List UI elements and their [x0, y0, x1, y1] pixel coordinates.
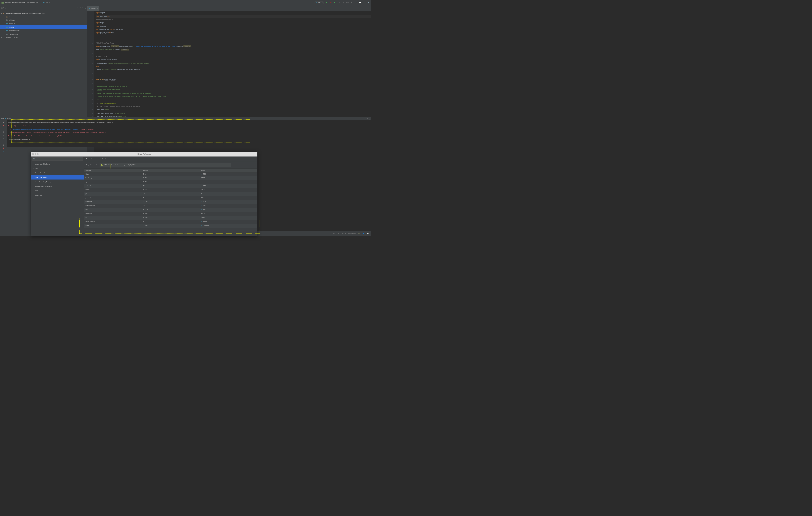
project-folder-icon [1, 2, 3, 3]
package-row[interactable]: wheel0.30.0⇒0.30.0a0 [84, 224, 257, 228]
run-button[interactable]: ▶ [325, 1, 328, 4]
tab-label: main.py [91, 7, 96, 9]
revert-icon[interactable]: ↶ [363, 1, 366, 4]
tool-window-icon[interactable]: ▢ [3, 233, 4, 234]
package-row[interactable]: six1.11.01.11.0 [84, 216, 257, 220]
python-file-icon: ⬤ [88, 7, 90, 9]
package-row[interactable]: setuptools36.6.036.6.0 [84, 212, 257, 216]
package-row[interactable]: matplotlib1.5.3⇒2.1.0rc1 [84, 184, 257, 188]
sidebar-item[interactable]: ▸Tools [31, 188, 84, 193]
package-row[interactable]: Werkzeug0.12.20.12.2 [84, 176, 257, 180]
run-config-name[interactable]: main [7, 118, 10, 119]
tree-root[interactable]: Semantic-Segmentation-master_SDCND-Term3… [6, 12, 41, 14]
search-icon[interactable]: 🔍 [367, 1, 370, 4]
project-tree[interactable]: ▾▣Semantic-Segmentation-master_SDCND-Ter… [0, 11, 87, 40]
package-row[interactable]: python-dateutil2.5.3⇒2.6.1 [84, 204, 257, 208]
python-icon: ⬤ [5, 118, 7, 119]
close-window-icon[interactable] [32, 153, 34, 155]
package-row[interactable]: pyparsing2.1.10⇒2.2.0 [84, 200, 257, 204]
stop-button[interactable]: ■ [338, 1, 340, 4]
sidebar-item[interactable]: ▸Editor [31, 166, 84, 171]
collapse-all-icon[interactable]: ⇲ [80, 7, 81, 9]
up-icon[interactable]: ↑ [2, 134, 5, 136]
run-config-label: main [318, 2, 321, 3]
run-config-selector[interactable]: ▣ main ▾ [315, 1, 323, 4]
hide-icon[interactable]: ⎯ [85, 7, 86, 9]
package-row[interactable]: Pillow3.4.2⇒4.3.0 [84, 172, 257, 176]
tree-item[interactable]: ▸▣data [0, 15, 87, 19]
run-tool-header: Run ⬤ main ⚙ ⎯ [0, 117, 371, 120]
tree-item[interactable]: ⬤helper.py [0, 22, 87, 25]
pause-icon[interactable]: ⏸ [2, 127, 5, 130]
tree-item[interactable]: ⬤project_tests.py [0, 29, 87, 32]
project-view-icon: ▤ [1, 7, 3, 9]
tree-item[interactable]: ▥.gitignore [0, 19, 87, 22]
breadcrumb-file[interactable]: main.py [45, 2, 50, 3]
interpreter-value: 3.5.2 virtualenv at ~/tensorflow_install… [104, 164, 136, 165]
sidebar-item[interactable]: Version Control [31, 171, 84, 175]
vcs-update-icon[interactable]: ⟳ [342, 1, 345, 4]
editor-tabs: ⬤ main.py × [87, 5, 371, 11]
col-latest[interactable]: Latest [200, 169, 257, 172]
package-row[interactable]: numpy1.13.31.13.3 [84, 188, 257, 192]
notification-icon[interactable]: 💬 [367, 233, 369, 234]
vcs-commit-icon[interactable]: ✓ [350, 1, 353, 4]
tree-item[interactable]: ⬤main.py [0, 25, 87, 29]
sidebar-item[interactable]: ▸Appearance & Behavior [31, 162, 84, 166]
minimize-window-icon[interactable] [35, 153, 36, 155]
preferences-search[interactable] [32, 157, 83, 161]
line-separator[interactable]: LF [338, 233, 339, 234]
caret-position[interactable]: 8:1 [333, 233, 335, 234]
print-icon[interactable]: 🖶 [2, 144, 5, 146]
hide-icon[interactable]: ⎯ [369, 118, 370, 119]
gear-icon[interactable]: ⚙ [82, 7, 83, 9]
python-icon: ▣ [316, 2, 317, 3]
col-package[interactable]: Package [84, 169, 142, 172]
close-icon[interactable]: ⊘ [2, 131, 5, 133]
lock-icon[interactable]: 🔒 [358, 233, 360, 234]
tab-main-py[interactable]: ⬤ main.py × [87, 6, 99, 10]
debug-button[interactable]: 🐞 [329, 1, 332, 4]
package-row[interactable]: cycler0.10.0 [84, 180, 257, 184]
external-libraries[interactable]: External Libraries [6, 36, 18, 38]
clear-icon[interactable]: ✖ [2, 147, 5, 149]
sidebar-item[interactable]: ▸Languages & Frameworks [31, 184, 84, 188]
package-table[interactable]: Package Version Latest Pillow3.4.2⇒4.3.0… [84, 168, 257, 236]
package-row[interactable]: protobuf3.4.03.4.0 [84, 196, 257, 200]
scroll-from-source-icon[interactable]: ⊕ [77, 7, 79, 9]
sidebar-item[interactable]: ▸Build, Execution, Deployment [31, 180, 84, 184]
sidebar-item[interactable]: Auto Import [31, 193, 84, 197]
git-branch[interactable]: Git: master [348, 233, 356, 234]
zoom-window-icon[interactable] [37, 153, 38, 155]
vcs-history-icon[interactable]: 🕘 [359, 1, 361, 4]
dialog-titlebar[interactable]: Default Preferences [31, 152, 257, 156]
breadcrumb-project[interactable]: Semantic-Segmentation-master_SDCND-Term3… [5, 2, 38, 3]
tree-item[interactable]: ▥README.md [0, 32, 87, 36]
run-tool-label[interactable]: Run [1, 118, 4, 119]
gear-icon[interactable]: ⚙ [367, 118, 368, 119]
sidebar-item[interactable]: Project Interpreter [31, 175, 84, 179]
run-coverage-button[interactable]: ▶ [334, 1, 336, 4]
package-row[interactable]: tensorflow-gpu1.1.0⇒1.4.0rc1 [84, 220, 257, 224]
project-panel-title[interactable]: Project [3, 7, 77, 9]
close-tab-icon[interactable]: × [97, 7, 98, 9]
encoding[interactable]: UTF-8 [342, 233, 346, 234]
chevron-right-icon: 〉 [41, 1, 42, 3]
vcs-label: VCS [346, 1, 349, 4]
package-row[interactable]: pip9.0.19.0.1 [84, 192, 257, 196]
interpreter-settings-button[interactable]: ⚙ [232, 163, 236, 167]
package-row[interactable]: pytz2016.7⇒2017.2 [84, 208, 257, 212]
inspector-icon[interactable]: 👤 [362, 233, 364, 234]
reset-icon[interactable]: ↶ [100, 158, 102, 160]
stop-button[interactable]: ■ [2, 124, 5, 126]
help-icon[interactable]: ? [2, 150, 5, 153]
rerun-button[interactable]: ▶ [2, 121, 5, 123]
col-version[interactable]: Version [142, 169, 200, 172]
soft-wrap-icon[interactable]: ↩ [2, 141, 5, 143]
console-output[interactable]: /Users/pzhang/anaconda/envs/carnd-term1/… [7, 120, 371, 147]
run-tool-window: ▶ ■ ⏸ ⊘ ↑ ↓ ↩ 🖶 ✖ ? /Users/pzhang/anacon… [0, 120, 371, 148]
vcs-push-icon[interactable]: ↗ [355, 1, 357, 4]
down-icon[interactable]: ↓ [2, 137, 5, 139]
interpreter-selector[interactable]: 🐍 3.5.2 virtualenv at ~/tensorflow_insta… [99, 163, 231, 167]
preferences-dialog: Default Preferences 🔍 ▸Appearance & Beha… [31, 152, 257, 236]
